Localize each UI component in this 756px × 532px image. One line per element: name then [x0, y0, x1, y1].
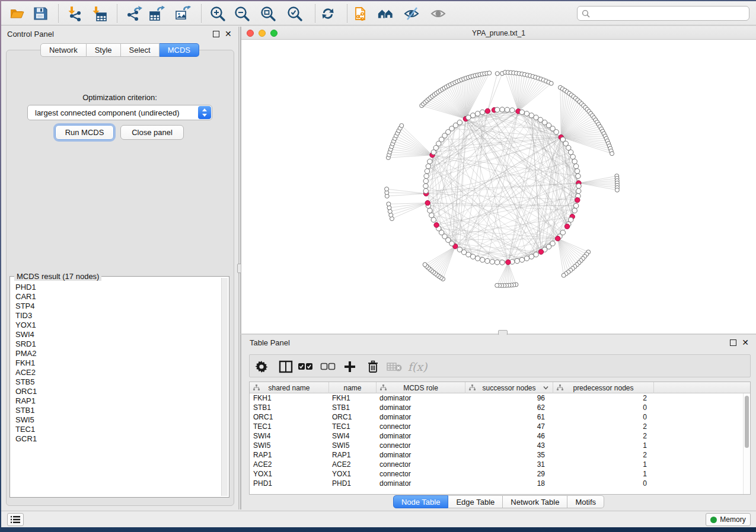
network-node[interactable]: [529, 254, 534, 259]
mcds-result-item[interactable]: GCR1: [11, 434, 220, 444]
table-row[interactable]: PHD1PHD1dominator180: [250, 479, 744, 488]
network-node[interactable]: [519, 257, 524, 262]
tab-network[interactable]: Network: [40, 43, 87, 57]
search-box[interactable]: [577, 6, 749, 21]
zoom-fit-icon[interactable]: [260, 5, 276, 22]
network-node[interactable]: [424, 174, 429, 178]
scrollbar-thumb[interactable]: [745, 396, 749, 448]
tab-select[interactable]: Select: [121, 43, 160, 57]
network-node[interactable]: [423, 188, 428, 193]
mcds-result-item[interactable]: STB5: [11, 377, 220, 387]
network-node[interactable]: [576, 174, 580, 178]
mcds-result-item[interactable]: TID3: [11, 311, 220, 321]
import-table-icon[interactable]: [91, 5, 108, 22]
network-node[interactable]: [562, 273, 566, 277]
network-node[interactable]: [495, 107, 499, 112]
mcds-node[interactable]: [564, 224, 569, 229]
mcds-node[interactable]: [425, 200, 430, 205]
network-node[interactable]: [495, 72, 499, 76]
network-node[interactable]: [524, 111, 529, 116]
column-header-c3[interactable]: successor nodes: [465, 382, 553, 393]
mcds-result-item[interactable]: SWI4: [11, 330, 220, 339]
network-node[interactable]: [470, 254, 475, 259]
mcds-result-item[interactable]: ACE2: [11, 368, 220, 377]
import-network-icon[interactable]: [67, 5, 84, 22]
network-graph-canvas[interactable]: [241, 40, 756, 330]
network-node[interactable]: [475, 111, 480, 116]
result-scrollbar[interactable]: [221, 278, 228, 496]
network-node[interactable]: [554, 130, 559, 134]
mcds-node[interactable]: [434, 223, 439, 227]
column-header-c2[interactable]: MCDS role: [377, 382, 465, 393]
mcds-result-item[interactable]: STP4: [11, 302, 220, 311]
mcds-node[interactable]: [575, 198, 580, 203]
table-row[interactable]: RAP1RAP1dominator352: [250, 450, 744, 460]
network-node[interactable]: [572, 208, 577, 213]
float-panel-icon[interactable]: [213, 31, 219, 37]
network-node[interactable]: [568, 150, 573, 155]
network-node[interactable]: [534, 252, 538, 257]
optimization-criterion-select[interactable]: largest connected component (undirected): [27, 105, 212, 120]
network-node[interactable]: [400, 124, 404, 128]
show-all-icon[interactable]: [430, 5, 446, 22]
network-node[interactable]: [500, 107, 505, 112]
network-node[interactable]: [428, 208, 432, 213]
table-settings-icon[interactable]: [254, 359, 269, 374]
network-node[interactable]: [431, 217, 436, 222]
network-node[interactable]: [429, 213, 434, 217]
mcds-result-item[interactable]: PMA2: [11, 349, 220, 358]
tab-edge-table[interactable]: Edge Table: [448, 495, 503, 508]
mcds-result-item[interactable]: STB1: [11, 406, 220, 415]
network-node[interactable]: [519, 110, 524, 114]
table-row[interactable]: STB1STB1dominator620: [250, 403, 744, 412]
memory-button[interactable]: Memory: [706, 513, 751, 526]
export-network-icon[interactable]: [126, 5, 142, 22]
network-node[interactable]: [466, 115, 471, 120]
mcds-result-item[interactable]: SRD1: [11, 339, 220, 349]
network-node[interactable]: [575, 169, 579, 174]
network-node[interactable]: [573, 164, 578, 168]
zoom-selected-icon[interactable]: [286, 5, 303, 22]
mcds-result-item[interactable]: ORC1: [11, 387, 220, 396]
network-node[interactable]: [510, 108, 515, 113]
network-frame-titlebar[interactable]: YPA_prune.txt_1: [241, 27, 756, 40]
table-body[interactable]: FKH1FKH1dominator962STB1STB1dominator620…: [250, 393, 744, 488]
close-panel-icon[interactable]: ✕: [742, 338, 749, 347]
network-node[interactable]: [573, 203, 578, 208]
hide-selected-icon[interactable]: [403, 5, 420, 22]
network-node[interactable]: [495, 260, 499, 265]
mcds-node[interactable]: [506, 259, 511, 264]
mcds-result-item[interactable]: CAR1: [11, 292, 220, 302]
close-panel-button[interactable]: Close panel: [120, 125, 184, 140]
network-node[interactable]: [457, 120, 462, 125]
network-node[interactable]: [423, 184, 428, 188]
network-node[interactable]: [480, 110, 484, 114]
network-node[interactable]: [490, 259, 495, 264]
mcds-node[interactable]: [485, 108, 490, 113]
task-history-button[interactable]: [7, 513, 24, 526]
table-row[interactable]: YOX1YOX1connector291: [250, 469, 744, 479]
new-network-from-selection-icon[interactable]: [353, 5, 369, 22]
mcds-result-item[interactable]: PHD1: [11, 283, 220, 292]
network-node[interactable]: [487, 71, 492, 75]
table-row[interactable]: SWI4SWI4dominator462: [250, 431, 744, 441]
network-node[interactable]: [426, 164, 430, 168]
open-file-icon[interactable]: [9, 5, 25, 22]
unselect-all-icon[interactable]: [320, 359, 336, 374]
network-node[interactable]: [457, 247, 462, 252]
column-header-c4[interactable]: predecessor nodes: [553, 382, 654, 393]
network-node[interactable]: [576, 188, 581, 193]
table-row[interactable]: SWI5SWI5connector431: [250, 441, 744, 450]
tab-motifs[interactable]: Motifs: [567, 495, 604, 508]
table-row[interactable]: TEC1TEC1connector472: [250, 422, 744, 431]
select-all-icon[interactable]: [298, 359, 313, 374]
zoom-out-icon[interactable]: [234, 5, 250, 22]
network-node[interactable]: [470, 113, 475, 118]
network-node[interactable]: [495, 283, 499, 287]
mcds-result-item[interactable]: RAP1: [11, 396, 220, 406]
network-node[interactable]: [425, 169, 429, 174]
table-scrollbar[interactable]: [743, 393, 749, 494]
float-panel-icon[interactable]: [730, 339, 736, 346]
search-input[interactable]: [593, 7, 747, 20]
network-node[interactable]: [385, 187, 389, 191]
